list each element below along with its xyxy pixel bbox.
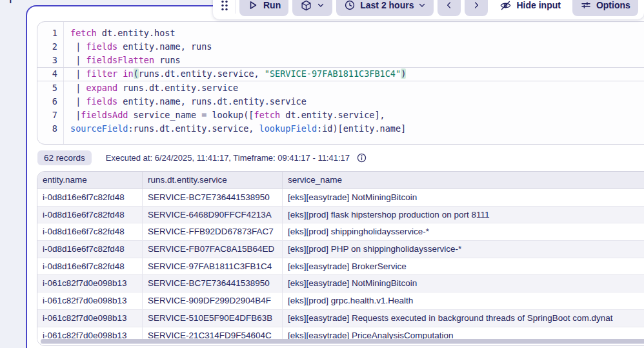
table-cell: [eks][prod] shippingholidaysservice-* bbox=[283, 223, 644, 240]
table-row[interactable]: i-0d8d16e6f7c82fd48SERVICE-97FAB1811C3FB… bbox=[37, 258, 644, 276]
code-line: 1fetch dt.entity.host bbox=[37, 26, 644, 40]
execution-info-text: Executed at: 6/24/2025, 11:41:17, Timefr… bbox=[106, 153, 350, 163]
hide-input-button[interactable]: Hide input bbox=[492, 0, 568, 16]
table-cell: SERVICE-510E5F90E4DFB63B bbox=[143, 310, 283, 327]
column-header[interactable]: runs.dt.entity.service bbox=[143, 172, 283, 189]
options-button[interactable]: Options bbox=[572, 0, 638, 16]
info-icon[interactable] bbox=[356, 152, 367, 163]
timeframe-label: Last 2 hours bbox=[360, 0, 414, 10]
table-row[interactable]: i-061c82f7d0e098b13SERVICE-510E5F90E4DFB… bbox=[37, 310, 644, 327]
play-icon bbox=[247, 0, 259, 11]
run-button[interactable]: Run bbox=[239, 0, 288, 16]
table-cell: SERVICE-6468D90FFCF4213A bbox=[143, 207, 283, 223]
code-token: fetch bbox=[70, 28, 97, 38]
code-token: runs.dt.entity.service bbox=[117, 83, 238, 93]
table-cell: SERVICE-FFB92DD67873FAC7 bbox=[143, 223, 283, 240]
table-cell: SERVICE-909DF299D2904B4F bbox=[143, 292, 283, 309]
run-target-dropdown[interactable] bbox=[292, 0, 332, 16]
code-token: fieldsAdd bbox=[81, 110, 128, 120]
table-cell: i-0d8d16e6f7c82fd48 bbox=[37, 189, 143, 206]
table-cell: SERVICE-BC7E736441538950 bbox=[143, 275, 283, 292]
code-token: "SERVICE-97FAB1811C3FB1C4" bbox=[265, 68, 401, 79]
line-number: 8 bbox=[37, 122, 57, 136]
table-row[interactable]: i-0d8d16e6f7c82fd48SERVICE-BC7E736441538… bbox=[37, 189, 644, 207]
table-cell: [eks][easytrade] NotMiningBitcoin bbox=[283, 275, 644, 292]
code-token: ( bbox=[134, 68, 139, 79]
code-token: fetch bbox=[254, 110, 281, 120]
table-cell: i-0d8d16e6f7c82fd48 bbox=[37, 207, 143, 223]
line-number: 5 bbox=[37, 81, 57, 95]
results-meta-bar: 62 records Executed at: 6/24/2025, 11:41… bbox=[37, 149, 367, 166]
package-icon bbox=[300, 0, 312, 12]
prev-section-button[interactable] bbox=[438, 0, 461, 16]
table-cell: i-0d8d16e6f7c82fd48 bbox=[37, 258, 143, 275]
table-cell: i-061c82f7d0e098b13 bbox=[37, 310, 143, 327]
drag-handle[interactable] bbox=[218, 0, 231, 16]
records-count-badge: 62 records bbox=[37, 150, 92, 165]
code-token: | bbox=[70, 83, 86, 93]
code-token: lookupField bbox=[259, 123, 317, 134]
chevron-right-icon bbox=[472, 1, 481, 10]
code-line: 3 | fieldsFlatten runs bbox=[37, 54, 644, 67]
table-cell: [eks][easytrade] NotMiningBitcoin bbox=[283, 189, 644, 206]
code-token: :runs.dt.entity.service, bbox=[128, 123, 259, 134]
table-cell: [eks][prod] PHP on shippingholidaysservi… bbox=[283, 241, 644, 258]
code-line: 7 |fieldsAdd service_name = lookup([fetc… bbox=[37, 108, 644, 122]
code-token: fields bbox=[86, 41, 117, 52]
code-line: 2 | fields entity.name, runs bbox=[37, 40, 644, 54]
table-cell: SERVICE-BC7E736441538950 bbox=[143, 189, 283, 206]
code-line: 5 | expand runs.dt.entity.service bbox=[37, 81, 644, 95]
table-row[interactable]: i-0d8d16e6f7c82fd48SERVICE-FB07FAC8A15B6… bbox=[37, 241, 644, 258]
code-token: | bbox=[70, 41, 86, 52]
column-header[interactable]: service_name bbox=[283, 172, 644, 189]
table-cell: i-0d8d16e6f7c82fd48 bbox=[37, 241, 143, 258]
dql-query-editor[interactable]: 1fetch dt.entity.host2 | fields entity.n… bbox=[37, 21, 644, 145]
table-row[interactable]: i-061c82f7d0e098b13SERVICE-BC7E736441538… bbox=[37, 275, 644, 292]
code-token: in bbox=[123, 68, 133, 79]
code-line: 6 | fields entity.name, runs.dt.entity.s… bbox=[37, 95, 644, 108]
code-token: fields bbox=[86, 96, 117, 107]
code-line: 8sourceField:runs.dt.entity.service, loo… bbox=[37, 122, 644, 136]
code-token: | bbox=[70, 96, 86, 107]
line-number: 3 bbox=[37, 54, 57, 67]
table-cell: i-0d8d16e6f7c82fd48 bbox=[37, 223, 143, 240]
code-token: entity.name, runs bbox=[117, 41, 212, 52]
line-number: 1 bbox=[37, 26, 57, 40]
table-cell: [eks][easytrade] Requests executed in ba… bbox=[283, 310, 644, 327]
code-token: | bbox=[70, 110, 81, 120]
hide-input-label: Hide input bbox=[516, 0, 560, 10]
horizontal-scrollbar[interactable] bbox=[41, 339, 644, 343]
code-token: dt.entity.service], bbox=[280, 110, 385, 120]
table-cell: [eks][easytrade] BrokerService bbox=[283, 258, 644, 275]
run-label: Run bbox=[263, 0, 281, 10]
sliders-icon bbox=[580, 0, 592, 11]
chevron-left-icon bbox=[445, 1, 454, 10]
code-token: fieldsFlatten bbox=[86, 55, 154, 65]
add-tile-button[interactable]: + bbox=[6, 0, 15, 7]
table-row[interactable]: i-0d8d16e6f7c82fd48SERVICE-FFB92DD67873F… bbox=[37, 223, 644, 241]
next-section-button[interactable] bbox=[465, 0, 488, 16]
line-number: 4 bbox=[37, 68, 57, 80]
table-cell: [eks][prod] grpc.health.v1.Health bbox=[283, 292, 644, 309]
chevron-down-icon bbox=[418, 1, 426, 9]
table-row[interactable]: i-0d8d16e6f7c82fd48SERVICE-6468D90FFCF42… bbox=[37, 207, 644, 224]
code-token: expand bbox=[86, 83, 117, 93]
table-cell: i-061c82f7d0e098b13 bbox=[37, 292, 143, 309]
line-number: 2 bbox=[37, 40, 57, 54]
timeframe-selector[interactable]: Last 2 hours bbox=[336, 0, 434, 16]
code-token: filter bbox=[86, 68, 117, 79]
toolbar-divider bbox=[235, 0, 236, 14]
code-token: dt.entity.host bbox=[97, 28, 176, 38]
table-cell: i-061c82f7d0e098b13 bbox=[37, 275, 143, 292]
code-token: entity.name, runs.dt.entity.service bbox=[117, 96, 307, 107]
eye-off-icon bbox=[499, 0, 512, 12]
code-token: runs bbox=[154, 55, 181, 65]
table-cell: SERVICE-97FAB1811C3FB1C4 bbox=[143, 258, 283, 275]
column-header[interactable]: entity.name bbox=[37, 172, 143, 189]
tile-toolbar: Run Last 2 hours bbox=[213, 0, 644, 19]
grip-icon bbox=[220, 0, 229, 12]
chevron-down-icon bbox=[317, 1, 325, 9]
table-row[interactable]: i-061c82f7d0e098b13SERVICE-909DF299D2904… bbox=[37, 292, 644, 310]
code-token: runs.dt.entity.service, bbox=[139, 68, 265, 79]
code-token: | bbox=[70, 68, 86, 79]
